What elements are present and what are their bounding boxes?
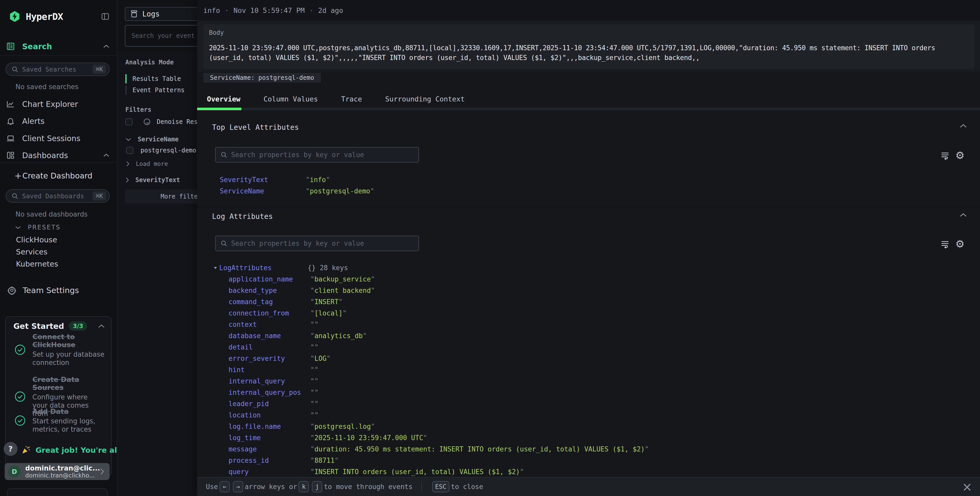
preset-kubernetes[interactable]: Kubernetes <box>16 260 58 268</box>
body-box[interactable]: Body 2025-11-10 23:59:47.000 UTC,postgre… <box>203 24 974 69</box>
attribute-value[interactable]: postgresql.log <box>310 423 375 430</box>
attribute-key[interactable]: hint <box>229 366 310 374</box>
bottom-announcement-card[interactable] <box>7 488 108 496</box>
attribute-row[interactable]: queryINSERT INTO orders (user_id, total)… <box>229 466 970 477</box>
attribute-key[interactable]: context <box>229 321 310 329</box>
sidebar-item-client-sessions[interactable]: Client Sessions <box>0 132 117 144</box>
log-attributes-search-input[interactable] <box>231 239 414 247</box>
attribute-key[interactable]: command_tag <box>229 298 310 306</box>
attribute-row[interactable]: hint <box>229 364 970 375</box>
attribute-value[interactable]: backup_service <box>310 275 375 283</box>
attribute-row[interactable]: internal_query <box>229 375 970 387</box>
tab-trace[interactable]: Trace <box>341 91 362 108</box>
log-attributes-root-row[interactable]: LogAttributes {} 28 keys <box>213 262 348 273</box>
attribute-key[interactable]: detail <box>229 343 310 351</box>
sidebar-item-dashboards[interactable]: Dashboards <box>0 150 117 161</box>
attribute-value[interactable]: INSERT INTO orders (user_id, total) VALU… <box>310 468 524 476</box>
tree-expand-icon[interactable] <box>213 266 217 270</box>
attribute-row[interactable]: internal_query_pos <box>229 387 970 398</box>
attribute-row[interactable]: log.file.namepostgresql.log <box>229 421 970 432</box>
service-checkbox[interactable] <box>126 147 133 154</box>
arrow-right-key[interactable]: → <box>233 481 243 493</box>
get-started-step-3[interactable]: Add Data Start sending logs, metrics, or… <box>14 407 108 434</box>
attribute-value[interactable] <box>310 377 318 385</box>
load-more-button[interactable]: Load more <box>126 159 168 168</box>
log-attributes-search-box[interactable] <box>215 236 419 251</box>
filter-group-severitytext[interactable]: SeverityText <box>125 175 180 184</box>
chevron-up-icon[interactable] <box>103 44 110 48</box>
mode-event-patterns[interactable]: Event Patterns <box>125 85 197 96</box>
arrow-left-key[interactable]: ← <box>220 481 230 493</box>
tab-column-values[interactable]: Column Values <box>264 91 318 108</box>
k-key[interactable]: k <box>299 481 309 493</box>
attribute-value[interactable]: info <box>306 176 330 183</box>
attribute-value[interactable]: LOG <box>310 355 331 362</box>
attribute-value[interactable]: [local] <box>310 309 347 317</box>
sidebar-item-alerts[interactable]: Alerts <box>0 115 117 127</box>
mode-results-table[interactable]: Results Table <box>125 73 197 85</box>
attribute-value[interactable]: postgresql-demo <box>306 187 374 195</box>
create-dashboard-button[interactable]: + Create Dashboard <box>0 171 117 181</box>
root-key[interactable]: LogAttributes <box>219 264 272 272</box>
attribute-value[interactable]: INSERT <box>310 298 342 306</box>
sidebar-item-search[interactable]: Search <box>0 41 117 52</box>
attribute-value[interactable]: 88711 <box>310 456 339 464</box>
source-selector-button[interactable]: Logs <box>125 7 197 21</box>
attribute-row[interactable]: command_tagINSERT <box>229 296 970 308</box>
presets-toggle[interactable]: PRESETS <box>15 223 61 231</box>
attribute-row[interactable]: location <box>229 410 970 421</box>
chevron-up-icon[interactable] <box>959 213 967 217</box>
user-profile-button[interactable]: D dominic.tran@clic... dominic.tran@clic… <box>5 463 110 480</box>
sidebar-item-team-settings[interactable]: Team Settings <box>7 285 110 296</box>
attribute-key[interactable]: query <box>229 468 310 476</box>
attribute-value[interactable]: analytics_db <box>310 332 367 340</box>
attribute-key[interactable]: error_severity <box>229 355 310 362</box>
get-started-step-1[interactable]: Connect to ClickHouse Set up your databa… <box>14 333 108 367</box>
attribute-value[interactable] <box>310 343 318 351</box>
attribute-key[interactable]: location <box>229 411 310 419</box>
attribute-row[interactable]: log_time2025-11-10 23:59:47.000 UTC <box>229 432 970 443</box>
attribute-value[interactable] <box>310 366 318 374</box>
attribute-key[interactable]: log_time <box>229 434 310 442</box>
sidebar-item-chart-explorer[interactable]: Chart Explorer <box>0 98 117 110</box>
attribute-value[interactable]: duration: 45.950 ms statement: INSERT IN… <box>310 445 649 453</box>
j-key[interactable]: j <box>312 481 322 493</box>
attribute-key[interactable]: connection_from <box>229 309 310 317</box>
top-level-search-input[interactable] <box>231 151 414 159</box>
event-search-box[interactable] <box>125 25 197 46</box>
attribute-row[interactable]: database_nameanalytics_db <box>229 330 970 341</box>
saved-dashboards-input[interactable]: ⌘K <box>6 189 110 203</box>
attribute-value[interactable] <box>310 411 318 419</box>
tab-overview[interactable]: Overview <box>207 91 240 108</box>
service-value-label[interactable]: postgresql-demo <box>140 147 196 154</box>
gear-icon[interactable]: ⚙ <box>955 239 964 249</box>
wrap-lines-icon[interactable] <box>940 239 950 249</box>
saved-dashboards-field[interactable] <box>22 192 93 200</box>
chevron-up-icon[interactable] <box>98 324 105 329</box>
denoise-checkbox[interactable] <box>125 118 132 125</box>
filter-group-servicename[interactable]: ServiceName <box>125 135 178 144</box>
attribute-row[interactable]: messageduration: 45.950 ms statement: IN… <box>229 443 970 455</box>
preset-clickhouse[interactable]: ClickHouse <box>16 235 57 244</box>
more-filters-button[interactable]: More filters <box>125 190 197 203</box>
attribute-value[interactable]: client backend <box>310 287 375 294</box>
gear-icon[interactable]: ⚙ <box>955 150 964 160</box>
chevron-up-icon[interactable] <box>959 124 967 128</box>
esc-key[interactable]: ESC <box>432 481 449 493</box>
attribute-value[interactable]: 2025-11-10 23:59:47.000 UTC <box>310 434 427 442</box>
sidebar-collapse-icon[interactable] <box>101 12 110 21</box>
attribute-key[interactable]: leader_pid <box>229 400 310 408</box>
top-level-search-box[interactable] <box>215 147 419 163</box>
attribute-key[interactable]: SeverityText <box>220 176 306 183</box>
attribute-row[interactable]: SeverityTextinfo <box>220 174 970 185</box>
denoise-label[interactable]: Denoise Results <box>157 118 197 125</box>
attribute-row[interactable]: ServiceNamepostgresql-demo <box>220 185 970 197</box>
saved-searches-field[interactable] <box>22 66 93 73</box>
event-search-input[interactable] <box>132 32 197 40</box>
attribute-row[interactable]: process_id88711 <box>229 455 970 466</box>
attribute-key[interactable]: application_name <box>229 275 310 283</box>
help-button[interactable]: ? <box>3 442 18 456</box>
attribute-key[interactable]: internal_query <box>229 377 310 385</box>
attribute-key[interactable]: process_id <box>229 456 310 464</box>
close-icon[interactable]: × <box>962 480 972 494</box>
